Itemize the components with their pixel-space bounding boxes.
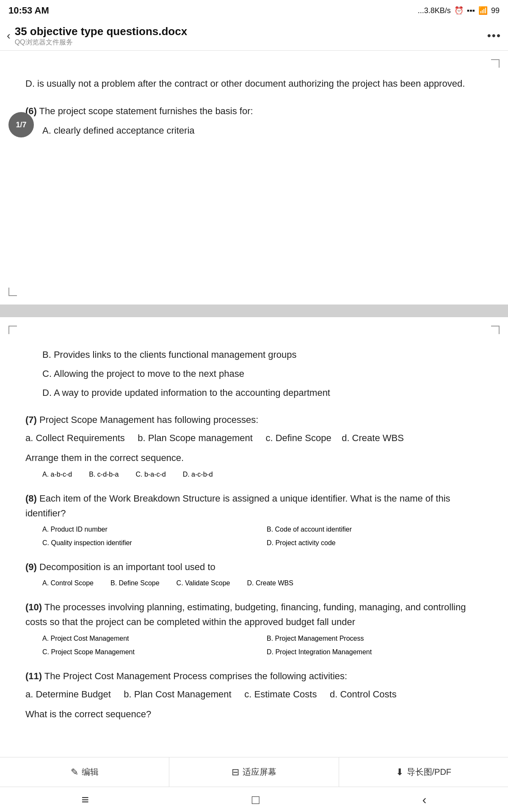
question-9: (9) Decomposition is an important tool u… — [25, 560, 483, 587]
q9-option-a: A. Control Scope — [42, 579, 94, 587]
fit-icon: ⊟ — [232, 767, 239, 778]
q10-option-b: B. Project Management Process — [267, 635, 483, 642]
bottom-toolbar: ✎ 编辑 ⊟ 适应屏幕 ⬇ 导长图/PDF — [0, 757, 508, 787]
edit-icon: ✎ — [71, 767, 78, 778]
fit-screen-button[interactable]: ⊟ 适应屏幕 — [169, 757, 339, 787]
q8-question: Each item of the Work Breakdown Structur… — [25, 493, 450, 518]
menu-button[interactable]: ••• — [487, 29, 501, 42]
q9-question: Decomposition is an important tool used … — [39, 562, 215, 572]
q10-options: A. Project Cost Management B. Project Ma… — [42, 635, 483, 656]
edit-button[interactable]: ✎ 编辑 — [0, 757, 169, 787]
q7-options: A. a-b-c-d B. c-d-b-a C. b-a-c-d D. a-c-… — [42, 471, 483, 478]
nav-bar: ≡ □ ‹ — [0, 787, 508, 812]
battery-icon: 99 — [491, 6, 500, 15]
export-icon: ⬇ — [396, 767, 403, 778]
q7-option-d: D. a-c-b-d — [183, 471, 213, 478]
status-bar: 10:53 AM ...3.8KB/s ⏰ ▪▪▪ 📶 99 — [0, 0, 508, 21]
wifi-icon: 📶 — [478, 6, 488, 15]
top-bar: ‹ 35 objective type questions.docx QQ浏览器… — [0, 21, 508, 51]
q10-option-d: D. Project Integration Management — [267, 648, 483, 656]
q7-arrange: Arrange them in the correct sequence. — [25, 450, 483, 465]
document-title: 35 objective type questions.docx — [15, 25, 483, 38]
status-time: 10:53 AM — [8, 5, 49, 16]
edit-label: 编辑 — [82, 766, 99, 778]
q11-question: The Project Cost Management Process comp… — [44, 671, 347, 681]
page-badge: 1/7 — [8, 112, 34, 137]
q7-option-c: C. b-a-c-d — [136, 471, 166, 478]
q7-option-b: B. c-d-b-a — [89, 471, 119, 478]
back-button[interactable]: ‹ — [7, 29, 11, 42]
fit-label: 适应屏幕 — [243, 766, 276, 778]
q9-option-d: D. Create WBS — [247, 579, 293, 587]
network-speed: ...3.8KB/s — [418, 6, 451, 15]
q8-option-c: C. Quality inspection identifier — [42, 539, 258, 547]
q9-text: (9) Decomposition is an important tool u… — [25, 560, 483, 574]
question-6: (6) The project scope statement furnishe… — [25, 104, 483, 137]
q8-option-a: A. Product ID number — [42, 526, 258, 533]
q6-option-a: A. clearly defined acceptance criteria — [42, 123, 483, 137]
title-group: 35 objective type questions.docx QQ浏览器文件… — [15, 25, 483, 47]
q10-label: (10) — [25, 602, 42, 612]
page-2: B. Provides links to the clients functio… — [0, 317, 508, 802]
q10-option-a: A. Project Cost Management — [42, 635, 258, 642]
export-label: 导长图/PDF — [407, 766, 452, 778]
q6-option-c: C. Allowing the project to move to the n… — [42, 367, 483, 381]
status-icons: ...3.8KB/s ⏰ ▪▪▪ 📶 99 — [418, 6, 500, 15]
document-container: D. is usually not a problem after the co… — [0, 51, 508, 802]
page-1: D. is usually not a problem after the co… — [0, 51, 508, 304]
q11-text: (11) The Project Cost Management Process… — [25, 669, 483, 683]
corner-tr — [491, 59, 500, 68]
q7-option-a: A. a-b-c-d — [42, 471, 72, 478]
nav-home-button[interactable]: □ — [239, 788, 272, 811]
q8-text: (8) Each item of the Work Breakdown Stru… — [25, 491, 483, 521]
q9-option-b: B. Define Scope — [110, 579, 160, 587]
q6-continued: B. Provides links to the clients functio… — [25, 348, 483, 400]
document-subtitle: QQ浏览器文件服务 — [15, 38, 483, 47]
page-divider — [0, 304, 508, 317]
q8-label: (8) — [25, 493, 37, 504]
export-button[interactable]: ⬇ 导长图/PDF — [339, 757, 508, 787]
q11-label: (11) — [25, 671, 42, 681]
q8-option-b: B. Code of account identifier — [267, 526, 483, 533]
question-8: (8) Each item of the Work Breakdown Stru… — [25, 491, 483, 547]
q11-processes: a. Determine Budget b. Plan Cost Managem… — [25, 687, 483, 702]
q10-text: (10) The processes involving planning, e… — [25, 600, 483, 629]
q9-label: (9) — [25, 562, 37, 572]
q7-text: (7) Project Scope Management has followi… — [25, 412, 483, 427]
corner-tl-p2 — [8, 326, 17, 334]
q6-text: (6) The project scope statement furnishe… — [25, 104, 483, 118]
q10-option-c: C. Project Scope Management — [42, 648, 258, 656]
truncated-paragraph: D. is usually not a problem after the co… — [25, 76, 483, 91]
q9-option-c: C. Validate Scope — [177, 579, 230, 587]
q6-question: The project scope statement furnishes th… — [39, 106, 253, 116]
question-7: (7) Project Scope Management has followi… — [25, 412, 483, 478]
nav-menu-button[interactable]: ≡ — [69, 788, 102, 811]
q9-options: A. Control Scope B. Define Scope C. Vali… — [42, 579, 483, 587]
q10-question: The processes involving planning, estima… — [25, 602, 466, 627]
q8-option-d: D. Project activity code — [267, 539, 483, 547]
q7-processes: a. Collect Requirements b. Plan Scope ma… — [25, 431, 483, 445]
q7-label: (7) — [25, 414, 37, 425]
signal-icon: ▪▪▪ — [467, 6, 475, 15]
q6-option-d: D. A way to provide updated information … — [42, 386, 483, 400]
q7-question: Project Scope Management has following p… — [39, 414, 258, 425]
q11-arrange: What is the correct sequence? — [25, 707, 483, 721]
question-10: (10) The processes involving planning, e… — [25, 600, 483, 656]
q6-option-b: B. Provides links to the clients functio… — [42, 348, 483, 362]
corner-tr-p2 — [491, 326, 500, 334]
nav-back-button[interactable]: ‹ — [410, 788, 439, 811]
q8-options: A. Product ID number B. Code of account … — [42, 526, 483, 547]
alarm-icon: ⏰ — [454, 6, 464, 15]
truncated-text: D. is usually not a problem after the co… — [25, 76, 483, 91]
question-11: (11) The Project Cost Management Process… — [25, 669, 483, 722]
corner-bl — [8, 288, 17, 296]
